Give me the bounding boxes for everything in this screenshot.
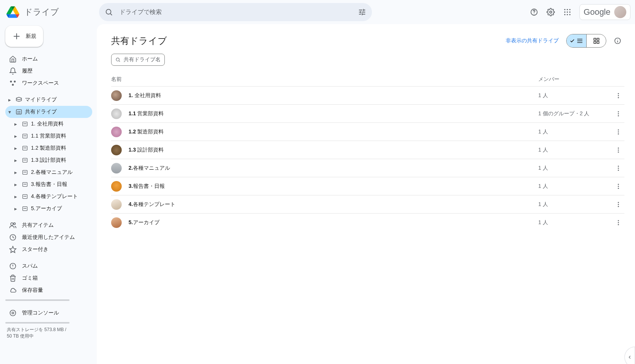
- sidebar-item-label: 1. 全社用資料: [31, 121, 64, 127]
- sidebar-item-home[interactable]: ホーム: [5, 53, 92, 65]
- apps-icon[interactable]: [560, 5, 575, 20]
- more-actions-button[interactable]: [612, 126, 624, 138]
- search-icon: [115, 57, 121, 62]
- hidden-drives-link[interactable]: 非表示の共有ドライブ: [506, 37, 559, 44]
- table-row[interactable]: 3.報告書・日報1 人: [111, 177, 624, 195]
- sidebar-item-workspaces[interactable]: ワークスペース: [5, 77, 92, 89]
- account-chip[interactable]: Google: [579, 4, 630, 20]
- chevron-right-icon: ▸: [12, 145, 19, 152]
- sidebar-item-trash[interactable]: ゴミ箱: [5, 272, 92, 284]
- search-bar[interactable]: [99, 3, 372, 21]
- sidebar-my-drive-label: マイドライブ: [25, 96, 57, 103]
- svg-point-52: [10, 310, 16, 316]
- main-panel: 共有ドライブ 非表示の共有ドライブ 共有ドライブ名: [97, 24, 635, 364]
- list-view-button[interactable]: [567, 34, 586, 47]
- sidebar-item-clock[interactable]: 最近使用したアイテム: [5, 231, 92, 243]
- filter-drive-name[interactable]: 共有ドライブ名: [111, 54, 165, 66]
- shared-drive-icon: [21, 144, 29, 152]
- sidebar-scrollbar[interactable]: [5, 299, 70, 301]
- chevron-down-icon: ▾: [6, 108, 13, 115]
- drive-members: 1 人: [538, 147, 606, 153]
- home-icon: [9, 55, 17, 63]
- search-input[interactable]: [116, 9, 355, 15]
- new-button-label: 新規: [26, 33, 36, 40]
- column-name[interactable]: 名前: [111, 76, 538, 83]
- settings-icon[interactable]: [543, 5, 558, 20]
- more-actions-button[interactable]: [612, 180, 624, 192]
- sidebar-shared-drives[interactable]: ▾ 共有ドライブ: [5, 106, 92, 118]
- search-options-icon[interactable]: [355, 5, 370, 20]
- svg-point-0: [106, 9, 111, 14]
- table-row[interactable]: 5.アーカイブ1 人: [111, 213, 624, 231]
- sidebar: 新規 ホーム履歴ワークスペース ▸ マイドライブ ▾ 共有ドライブ ▸1. 全社…: [0, 24, 97, 364]
- sidebar-item-label: 3.報告書・日報: [31, 181, 67, 188]
- details-icon[interactable]: [611, 34, 624, 48]
- sidebar-shared-child[interactable]: ▸2.各種マニュアル: [5, 166, 92, 178]
- sidebar-shared-child[interactable]: ▸4.各種テンプレート: [5, 191, 92, 203]
- svg-point-16: [12, 84, 14, 86]
- clock-icon: [9, 234, 17, 241]
- svg-rect-29: [23, 158, 27, 163]
- drive-name: 3.報告書・日報: [129, 183, 538, 190]
- svg-point-10: [569, 11, 570, 12]
- sidebar-admin-console[interactable]: 管理コンソール: [5, 307, 92, 319]
- svg-point-11: [564, 14, 565, 15]
- drive-avatar-icon: [111, 90, 122, 101]
- search-icon[interactable]: [101, 5, 116, 20]
- more-actions-button[interactable]: [612, 198, 624, 211]
- avatar[interactable]: [614, 6, 626, 18]
- drive-avatar-icon: [111, 199, 122, 210]
- svg-point-36: [24, 184, 25, 185]
- svg-rect-54: [577, 40, 582, 41]
- svg-point-51: [12, 312, 14, 314]
- sidebar-item-bell[interactable]: 履歴: [5, 65, 92, 77]
- brand[interactable]: ドライブ: [5, 5, 96, 20]
- support-icon[interactable]: [527, 5, 542, 20]
- sidebar-item-people[interactable]: 共有アイテム: [5, 219, 92, 231]
- sidebar-shared-child[interactable]: ▸1.3 設計部資料: [5, 154, 92, 166]
- sidebar-shared-child[interactable]: ▸3.報告書・日報: [5, 178, 92, 191]
- svg-rect-59: [597, 42, 599, 43]
- svg-marker-47: [10, 246, 16, 253]
- spam-icon: [9, 262, 17, 270]
- table-row[interactable]: 1. 全社用資料1 人: [111, 86, 624, 104]
- svg-point-37: [25, 184, 26, 185]
- more-actions-button[interactable]: [612, 217, 624, 229]
- table-row[interactable]: 2.各種マニュアル1 人: [111, 159, 624, 177]
- svg-point-28: [25, 147, 26, 149]
- sidebar-item-spam[interactable]: スパム: [5, 260, 92, 272]
- sidebar-my-drive[interactable]: ▸ マイドライブ: [5, 94, 92, 106]
- svg-point-88: [618, 224, 619, 225]
- drive-members: 1 人: [538, 92, 606, 99]
- sidebar-item-label: 1.3 設計部資料: [31, 157, 66, 164]
- grid-view-button[interactable]: [586, 34, 606, 47]
- table-row[interactable]: 4.各種テンプレート1 人: [111, 195, 624, 213]
- sidebar-shared-child[interactable]: ▸5.アーカイブ: [5, 203, 92, 215]
- more-actions-button[interactable]: [612, 144, 624, 156]
- table-row[interactable]: 1.3 設計部資料1 人: [111, 141, 624, 159]
- sidebar-shared-child[interactable]: ▸1.1 営業部資料: [5, 130, 92, 142]
- drive-name: 1.3 設計部資料: [129, 147, 538, 153]
- storage-note: 共有ストレージを 573.8 MB / 50 TB 使用中: [5, 326, 73, 340]
- sidebar-item-label: ゴミ箱: [22, 275, 38, 282]
- more-actions-button[interactable]: [612, 108, 624, 120]
- new-button[interactable]: 新規: [5, 26, 43, 47]
- table-row[interactable]: 1.2 製造部資料1 人: [111, 122, 624, 141]
- table-row[interactable]: 1.1 営業部資料1 個のグループ・2 人: [111, 104, 624, 122]
- more-actions-button[interactable]: [612, 90, 624, 102]
- svg-point-62: [617, 39, 618, 40]
- svg-point-82: [618, 187, 619, 189]
- column-members[interactable]: メンバー: [538, 76, 606, 83]
- side-panel-toggle[interactable]: [624, 347, 635, 364]
- chevron-right-icon: ▸: [12, 181, 19, 188]
- sidebar-scrollbar-2[interactable]: [5, 322, 70, 324]
- sidebar-shared-child[interactable]: ▸1. 全社用資料: [5, 118, 92, 130]
- chevron-right-icon: ▸: [12, 157, 19, 164]
- page-title: 共有ドライブ: [111, 35, 167, 47]
- sidebar-item-star[interactable]: スター付き: [5, 243, 92, 256]
- more-actions-button[interactable]: [612, 162, 624, 174]
- sidebar-item-cloud[interactable]: 保存容量: [5, 284, 92, 296]
- view-toggle: [566, 34, 606, 48]
- star-icon: [9, 246, 17, 253]
- sidebar-shared-child[interactable]: ▸1.2 製造部資料: [5, 142, 92, 154]
